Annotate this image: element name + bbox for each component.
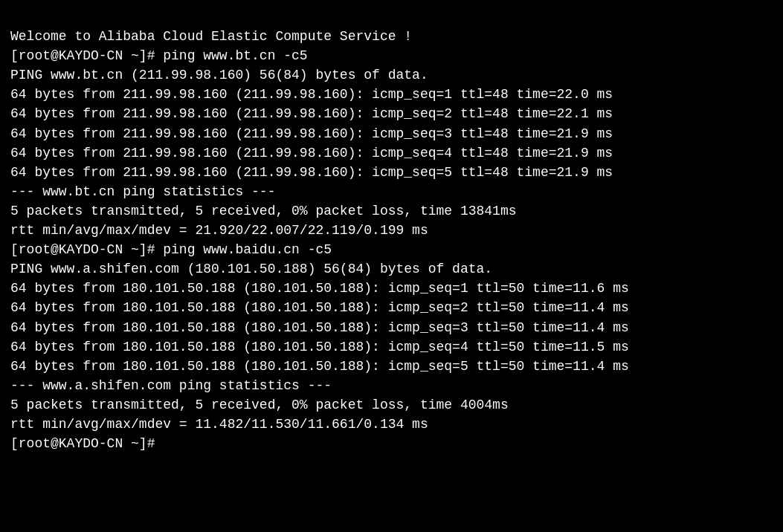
terminal-line: [root@KAYDO-CN ~]# ping www.bt.cn -c5 (10, 46, 773, 65)
terminal-line: 64 bytes from 211.99.98.160 (211.99.98.1… (10, 124, 773, 143)
terminal-output: Welcome to Alibaba Cloud Elastic Compute… (10, 7, 773, 453)
terminal-line: 64 bytes from 180.101.50.188 (180.101.50… (10, 279, 773, 298)
terminal-line: rtt min/avg/max/mdev = 11.482/11.530/11.… (10, 415, 773, 434)
terminal-line: PING www.a.shifen.com (180.101.50.188) 5… (10, 259, 773, 279)
terminal-line: 64 bytes from 180.101.50.188 (180.101.50… (10, 318, 773, 337)
terminal-line: 64 bytes from 211.99.98.160 (211.99.98.1… (10, 163, 773, 182)
terminal-line: Welcome to Alibaba Cloud Elastic Compute… (10, 27, 773, 46)
terminal-line: rtt min/avg/max/mdev = 21.920/22.007/22.… (10, 221, 773, 240)
terminal-line: 64 bytes from 180.101.50.188 (180.101.50… (10, 298, 773, 317)
terminal-line: 5 packets transmitted, 5 received, 0% pa… (10, 395, 773, 415)
terminal-line: 64 bytes from 211.99.98.160 (211.99.98.1… (10, 143, 773, 163)
terminal-line: 64 bytes from 211.99.98.160 (211.99.98.1… (10, 104, 773, 123)
terminal-line: [root@KAYDO-CN ~]# (10, 434, 773, 453)
terminal-line: --- www.a.shifen.com ping statistics --- (10, 376, 773, 395)
terminal-line: PING www.bt.cn (211.99.98.160) 56(84) by… (10, 65, 773, 85)
terminal-line: 64 bytes from 180.101.50.188 (180.101.50… (10, 337, 773, 357)
terminal-line: --- www.bt.cn ping statistics --- (10, 182, 773, 201)
terminal-line: [root@KAYDO-CN ~]# ping www.baidu.cn -c5 (10, 240, 773, 259)
terminal-line: 64 bytes from 180.101.50.188 (180.101.50… (10, 357, 773, 376)
terminal-line: 5 packets transmitted, 5 received, 0% pa… (10, 201, 773, 221)
terminal-line: 64 bytes from 211.99.98.160 (211.99.98.1… (10, 85, 773, 104)
